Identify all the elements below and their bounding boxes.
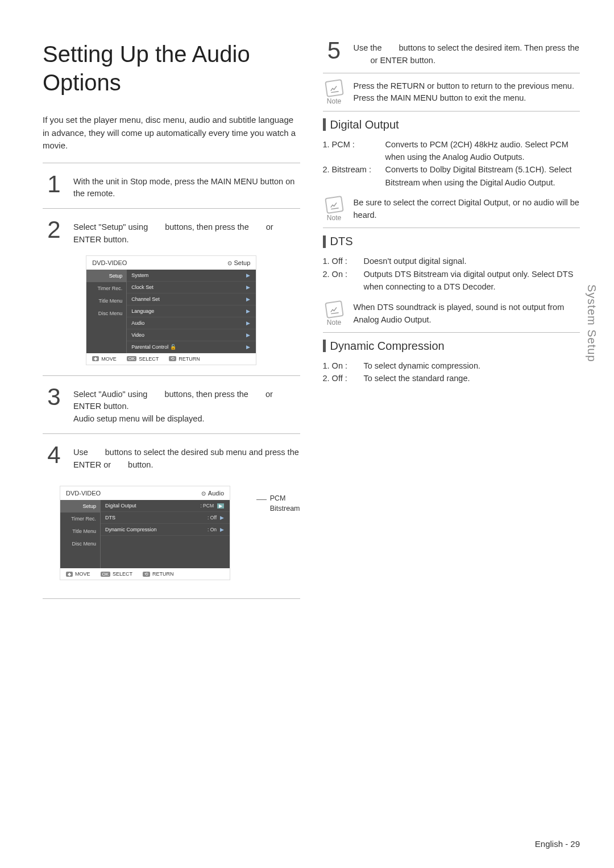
osd-row: Language [131, 308, 154, 314]
step-5: 5 Use thebuttons to select the desired i… [323, 40, 580, 67]
def-val: Converts to PCM (2CH) 48kHz audio. Selec… [385, 138, 580, 164]
osd-foot-move: MOVE [75, 571, 90, 577]
osd-foot-return: RETURN [179, 356, 200, 362]
step-text: With the unit in Stop mode, press the MA… [73, 173, 300, 201]
osd-row: Audio [131, 320, 144, 326]
osd-row: Video [131, 332, 144, 338]
osd-breadcrumb: DVD-VIDEO [92, 259, 127, 266]
osd-row: Dynamic Compression [105, 527, 157, 532]
def-val: Outputs DTS Bitstream via digital output… [364, 268, 580, 294]
osd-side-item: Timer Rec. [86, 282, 126, 295]
osd-row: Digital Output [105, 503, 136, 509]
intro-text: If you set the player menu, disc menu, a… [43, 114, 300, 152]
page-footer: English - 29 [535, 839, 580, 849]
osd-side-item: Setup [60, 500, 100, 512]
def-key: 2. Off : [323, 372, 364, 385]
note-text: Press the RETURN or button to return to … [354, 80, 580, 105]
osd-foot-move: MOVE [101, 356, 117, 362]
step-text: Usebuttons to select the desired sub men… [73, 444, 300, 472]
osd-breadcrumb: DVD-VIDEO [66, 490, 101, 497]
step-number: 4 [43, 444, 65, 472]
note-label: Note [323, 97, 346, 105]
page-title: Setting Up the Audio Options [43, 40, 300, 97]
osd-audio-screenshot: DVD-VIDEO Audio Setup Timer Rec. Title M… [60, 486, 230, 580]
osd-foot-select: SELECT [139, 356, 159, 362]
step-2: 2 Select "Setup" usingbuttons, then pres… [43, 219, 300, 246]
divider [323, 228, 580, 228]
def-val: Doesn't output digital signal. [364, 255, 580, 267]
osd-side-item: Setup [86, 270, 126, 282]
osd-foot-return: RETURN [152, 571, 174, 577]
section-heading-digital-output: Digital Output [323, 118, 580, 131]
step-number: 3 [43, 386, 65, 425]
osd-callout: PCM Bitstream [270, 477, 300, 514]
divider [323, 332, 580, 333]
osd-row: System [131, 272, 148, 278]
osd-row: Parental Control [131, 344, 168, 350]
divider [323, 111, 580, 111]
divider [43, 375, 300, 376]
definition-list: 1. Off :Doesn't output digital signal. 2… [323, 255, 580, 293]
note-text: When DTS soundtrack is played, sound is … [354, 301, 580, 326]
divider [323, 73, 580, 73]
step-number: 5 [323, 40, 346, 67]
section-heading-dynamic-compression: Dynamic Compression [323, 340, 580, 353]
note-icon [325, 196, 344, 214]
note-block: Note Be sure to select the correct Digit… [323, 197, 580, 222]
note-text: Be sure to select the correct Digital Ou… [354, 197, 580, 222]
note-icon [325, 79, 344, 97]
def-val: To select dynamic compression. [364, 359, 580, 372]
section-heading-dts: DTS [323, 235, 580, 248]
osd-header-label: Audio [201, 490, 224, 497]
lock-icon: 🔓 [170, 344, 176, 350]
note-label: Note [323, 319, 346, 326]
divider [43, 208, 300, 209]
osd-side-item: Timer Rec. [60, 512, 100, 525]
def-key: 2. Bitstream : [323, 163, 385, 189]
divider [43, 163, 300, 163]
note-block: Note Press the RETURN or button to retur… [323, 80, 580, 105]
def-key: 1. On : [323, 359, 364, 372]
osd-foot-select: SELECT [113, 571, 132, 577]
step-text: Select "Audio" usingbuttons, then press … [73, 386, 300, 425]
osd-side-item: Disc Menu [60, 538, 100, 550]
osd-side-item: Title Menu [86, 295, 126, 307]
step-number: 1 [43, 173, 65, 201]
step-4: 4 Usebuttons to select the desired sub m… [43, 444, 300, 472]
def-key: 2. On : [323, 268, 364, 294]
note-label: Note [323, 214, 346, 222]
step-1: 1 With the unit in Stop mode, press the … [43, 173, 300, 201]
def-val: To select the standard range. [364, 372, 580, 385]
osd-setup-screenshot: DVD-VIDEO Setup Setup Timer Rec. Title M… [86, 255, 256, 365]
osd-side-item: Disc Menu [86, 307, 126, 320]
step-number: 2 [43, 219, 65, 246]
osd-side-item: Title Menu [60, 525, 100, 538]
step-3: 3 Select "Audio" usingbuttons, then pres… [43, 386, 300, 425]
note-icon [325, 300, 344, 319]
def-key: 1. Off : [323, 255, 364, 267]
definition-list: 1. PCM :Converts to PCM (2CH) 48kHz audi… [323, 138, 580, 189]
side-tab-label: System Setup [585, 284, 598, 362]
step-text: Select "Setup" usingbuttons, then press … [73, 219, 300, 246]
osd-row: DTS [105, 515, 115, 520]
divider [43, 598, 300, 599]
divider [43, 433, 300, 434]
definition-list: 1. On :To select dynamic compression. 2.… [323, 359, 580, 385]
def-val: Converts to Dolby Digital Bitstream (5.1… [385, 163, 580, 189]
def-key: 1. PCM : [323, 138, 385, 164]
step-text: Use thebuttons to select the desired ite… [354, 40, 580, 67]
osd-row: Channel Set [131, 296, 160, 302]
osd-row: Clock Set [131, 284, 154, 290]
note-block: Note When DTS soundtrack is played, soun… [323, 301, 580, 326]
osd-header-label: Setup [227, 259, 251, 266]
